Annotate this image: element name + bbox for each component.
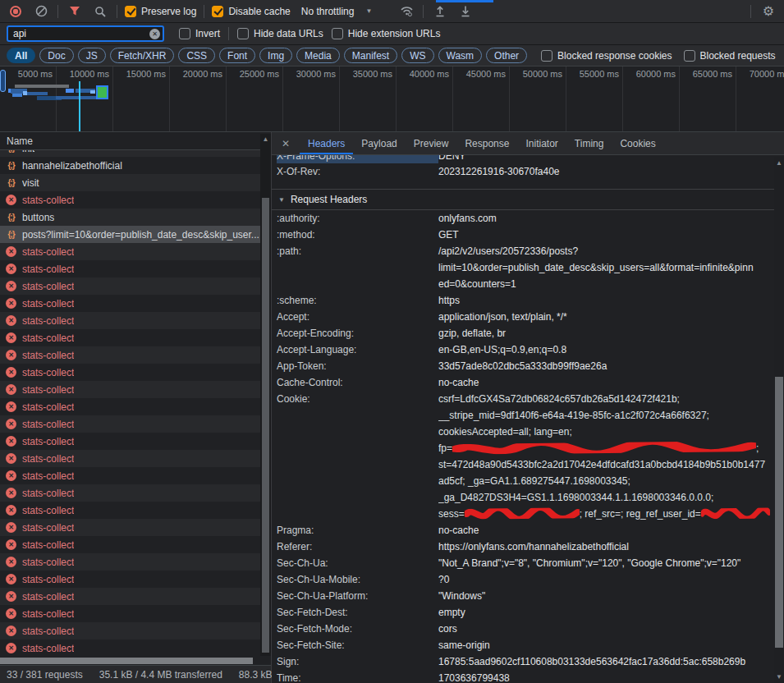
request-row[interactable]: stats-collect [0,312,271,329]
details-scrollbar[interactable]: ▲ ▼ [774,157,784,683]
request-row[interactable]: stats-collect [0,605,271,622]
request-row[interactable]: stats-collect [0,277,271,295]
details-tab[interactable]: Preview [406,132,457,154]
type-filter-pill[interactable]: CSS [178,48,215,63]
header-row: Time: 1703636799438 [272,670,784,683]
type-filter-pill[interactable]: Wasm [438,48,483,63]
request-row[interactable]: stats-collect [0,260,271,277]
export-har-button[interactable] [456,2,475,21]
request-headers-section[interactable]: ▼ Request Headers [272,189,784,210]
type-filter-pill[interactable]: Img [259,48,292,63]
type-filter-pill[interactable]: Font [219,48,255,63]
scroll-up-icon[interactable]: ▲ [774,159,784,167]
request-row[interactable]: stats-collect [0,571,271,588]
request-row[interactable]: stats-collect [0,502,271,519]
settings-button[interactable]: ⚙ [759,2,777,21]
request-headers-list-b: Pragma: no-cache Referer: https://onlyfa… [272,522,784,683]
request-row[interactable]: stats-collect [0,553,271,571]
request-row[interactable]: stats-collect [0,364,271,381]
type-filter-pill[interactable]: Fetch/XHR [110,48,175,63]
preserve-log-checkbox[interactable] [125,6,136,17]
filter-toggle-button[interactable] [66,2,84,21]
hide-extension-urls-checkbox[interactable] [332,28,343,39]
throttling-value: No throttling [301,6,355,17]
clear-button[interactable] [32,2,50,21]
request-row[interactable]: posts?limit=10&order=publish_date_desc&s… [0,226,271,243]
type-filter-pill[interactable]: JS [78,48,106,63]
request-type-icon [6,384,16,395]
request-row[interactable]: stats-collect [0,295,271,312]
request-row[interactable]: stats-collect [0,346,271,364]
search-button[interactable] [91,2,109,21]
header-name: Pragma: [277,522,438,539]
request-row[interactable]: stats-collect [0,415,271,433]
request-row[interactable]: stats-collect [0,381,271,398]
request-row[interactable]: stats-collect [0,329,271,346]
request-row[interactable]: init [0,150,271,157]
details-scrollbar-thumb[interactable] [775,377,783,648]
request-row[interactable]: stats-collect [0,536,271,553]
disable-cache-checkbox[interactable] [212,6,223,17]
header-name: :authority: [277,210,438,227]
horizontal-scrollbar-thumb[interactable] [0,658,253,664]
request-row[interactable]: stats-collect [0,450,271,467]
timeline-scale: 5000 ms10000 ms15000 ms20000 ms25000 ms3… [0,66,784,131]
type-filter-pill[interactable]: Media [296,48,340,63]
blocked-requests-checkbox[interactable] [684,50,695,62]
header-value: 1703636799438 [438,670,510,683]
type-filter-pill[interactable]: WS [401,48,433,63]
name-column-header[interactable]: Name [0,132,271,150]
type-filter-pill[interactable]: Manifest [344,48,397,63]
request-list-scrollbar-thumb[interactable] [262,198,269,653]
type-filter-pill[interactable]: All [7,48,35,63]
overview-selection-handle[interactable] [0,70,6,92]
throttling-dropdown[interactable]: No throttling ▼ [298,6,376,17]
request-type-icon [6,505,16,516]
type-filter-pill[interactable]: Doc [39,48,73,63]
request-row[interactable]: visit [0,174,271,191]
blocked-cookies-checkbox[interactable] [541,50,552,62]
request-row[interactable]: stats-collect [0,398,271,415]
waterfall-bar [90,90,95,94]
horizontal-scrollbar[interactable] [0,657,271,665]
details-tab[interactable]: Timing [566,132,612,154]
request-row[interactable]: stats-collect [0,191,271,209]
hide-data-urls-checkbox[interactable] [237,28,249,39]
extra-filter-options: Blocked response cookies Blocked request… [541,50,784,62]
details-tab[interactable]: Payload [353,132,405,154]
hide-data-urls-label: Hide data URLs [254,28,323,39]
scroll-up-icon[interactable]: ▲ [263,134,269,145]
request-row[interactable]: buttons [0,209,271,226]
details-tab[interactable]: Response [456,132,517,154]
import-har-button[interactable] [431,2,449,21]
cookie-text: ; [756,442,759,454]
network-overview-timeline[interactable]: 5000 ms10000 ms15000 ms20000 ms25000 ms3… [0,66,784,132]
details-tab[interactable]: Initiator [517,132,566,154]
request-row[interactable]: stats-collect [0,243,271,260]
clear-filter-icon[interactable]: ✕ [149,29,160,39]
request-list-scrollbar[interactable]: ▲ [260,134,271,656]
request-row[interactable]: stats-collect [0,519,271,536]
request-details-panel: ✕ HeadersPayloadPreviewResponseInitiator… [272,132,784,683]
filter-input[interactable] [7,25,164,42]
request-row[interactable]: hannahelizabethofficial [0,157,271,174]
network-conditions-button[interactable] [397,2,415,21]
request-row[interactable]: stats-collect [0,639,271,657]
network-conditions-icon [400,5,414,17]
record-button[interactable] [7,2,25,21]
scroll-down-icon[interactable]: ▼ [774,673,784,681]
details-tab-bar: ✕ HeadersPayloadPreviewResponseInitiator… [272,132,784,155]
type-filter-pill[interactable]: Other [486,48,527,63]
details-tab[interactable]: Headers [300,132,353,154]
toolbar-separator [204,5,204,18]
cookie-line-redacted: fp=; [438,440,770,456]
invert-checkbox[interactable] [179,28,190,39]
redaction-scribble [465,508,580,520]
close-details-button[interactable]: ✕ [272,132,300,154]
request-row[interactable]: stats-collect [0,588,271,605]
request-row[interactable]: stats-collect [0,433,271,450]
request-row[interactable]: stats-collect [0,622,271,639]
details-tab[interactable]: Cookies [612,132,663,154]
request-row[interactable]: stats-collect [0,467,271,484]
request-row[interactable]: stats-collect [0,484,271,502]
